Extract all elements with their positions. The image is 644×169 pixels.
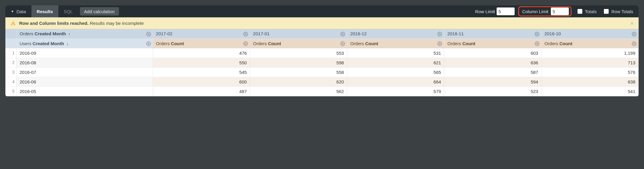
chevron-left-icon: ‹ (67, 31, 70, 36)
cell-value[interactable]: 579 (347, 86, 444, 96)
warning-close-button[interactable] (630, 20, 634, 26)
gear-icon[interactable] (146, 31, 151, 36)
cell-value[interactable]: 620 (250, 77, 347, 86)
tab-data-label: Data (16, 9, 26, 14)
gear-icon[interactable] (437, 31, 442, 36)
measure-col-header[interactable]: Orders Count (250, 39, 347, 48)
row-totals-checkbox[interactable] (604, 9, 609, 14)
totals-checkbox-group[interactable]: Totals (573, 8, 600, 15)
row-index: 3 (5, 67, 16, 77)
row-dim-value[interactable]: 2016-06 (16, 77, 153, 86)
cell-value[interactable]: 476 (153, 48, 250, 58)
gear-icon[interactable] (632, 31, 637, 36)
row-dim-value[interactable]: 2016-08 (16, 58, 153, 67)
table-row: 1 2016-09 476 553 531 603 1,199 (5, 48, 639, 58)
rownum-header (5, 39, 16, 48)
row-index: 1 (5, 48, 16, 58)
results-table: Orders Created Month ‹ 2017-02 2017-01 2… (5, 29, 639, 96)
table-row: 2 2016-08 550 598 621 636 713 (5, 58, 639, 67)
pivot-dimension-header[interactable]: Orders Created Month ‹ (16, 29, 153, 39)
gear-icon[interactable] (243, 41, 248, 46)
results-tbody: 1 2016-09 476 553 531 603 1,199 2 2016-0… (5, 48, 639, 96)
cell-value[interactable]: 576 (541, 67, 638, 77)
cell-value[interactable]: 541 (541, 86, 638, 96)
cell-value[interactable]: 638 (541, 77, 638, 86)
cell-value[interactable]: 713 (541, 58, 638, 67)
gear-icon[interactable] (535, 31, 539, 36)
cell-value[interactable]: 550 (153, 58, 250, 67)
warning-rest-text: Results may be incomplete (90, 21, 144, 26)
totals-checkbox[interactable] (578, 9, 582, 14)
measure-col-header[interactable]: Orders Count (153, 39, 250, 48)
tab-sql[interactable]: SQL (58, 5, 78, 17)
cell-value[interactable]: 545 (153, 67, 250, 77)
svg-point-4 (536, 34, 538, 35)
pivot-col-header[interactable]: 2016-11 (444, 29, 541, 39)
tab-results[interactable]: Results (31, 5, 58, 17)
gear-icon[interactable] (243, 31, 248, 36)
row-dim-value[interactable]: 2016-09 (16, 48, 153, 58)
cell-value[interactable]: 531 (347, 48, 444, 58)
cell-value[interactable]: 1,199 (541, 48, 638, 58)
gear-icon[interactable] (340, 31, 345, 36)
svg-point-5 (634, 34, 635, 35)
caret-down-icon: ▼ (11, 10, 14, 13)
results-panel: ▼ Data Results SQL Add calculation Row L… (5, 5, 639, 96)
tab-data[interactable]: ▼ Data (5, 5, 31, 17)
row-dim-value[interactable]: 2016-07 (16, 67, 153, 77)
svg-point-2 (342, 34, 343, 35)
cell-value[interactable]: 553 (250, 48, 347, 58)
pivot-corner-blank (5, 29, 16, 39)
cell-value[interactable]: 487 (153, 86, 250, 96)
svg-point-6 (148, 43, 149, 44)
measure-col-header[interactable]: Orders Count (541, 39, 638, 48)
pivot-col-header[interactable]: 2017-01 (250, 29, 347, 39)
row-totals-checkbox-group[interactable]: Row Totals (600, 8, 636, 15)
measure-col-header[interactable]: Orders Count (444, 39, 541, 48)
column-limit-highlight: Column Limit (518, 6, 572, 16)
cell-value[interactable]: 594 (444, 77, 541, 86)
pivot-col-header[interactable]: 2017-02 (153, 29, 250, 39)
svg-point-7 (245, 43, 246, 44)
svg-point-3 (439, 34, 440, 35)
svg-point-11 (634, 43, 635, 44)
row-limit-input[interactable] (497, 7, 515, 15)
pivot-header-row: Orders Created Month ‹ 2017-02 2017-01 2… (5, 29, 639, 39)
cell-value[interactable]: 562 (250, 86, 347, 96)
cell-value[interactable]: 523 (444, 86, 541, 96)
column-limit-input[interactable] (551, 7, 569, 15)
add-calculation-button[interactable]: Add calculation (80, 7, 119, 16)
svg-point-0 (148, 34, 149, 35)
row-index: 4 (5, 77, 16, 86)
gear-icon[interactable] (340, 41, 345, 46)
pivot-col-header[interactable]: 2016-12 (347, 29, 444, 39)
gear-icon[interactable] (437, 41, 442, 46)
gear-icon[interactable] (535, 41, 539, 46)
cell-value[interactable]: 565 (347, 67, 444, 77)
row-dim-value[interactable]: 2016-05 (16, 86, 153, 96)
cell-value[interactable]: 587 (444, 67, 541, 77)
tab-sql-label: SQL (64, 9, 73, 14)
row-totals-label: Row Totals (611, 9, 633, 14)
pivot-col-header[interactable]: 2016-10 (541, 29, 638, 39)
row-limit-group: Row Limit (471, 7, 516, 16)
svg-point-9 (439, 43, 440, 44)
gear-icon[interactable] (632, 41, 637, 46)
row-index: 2 (5, 58, 16, 67)
tab-results-label: Results (37, 9, 53, 14)
cell-value[interactable]: 621 (347, 58, 444, 67)
warning-bold-text: Row and Column limits reached. (19, 21, 89, 26)
gear-icon[interactable] (146, 41, 151, 46)
measure-col-header[interactable]: Orders Count (347, 39, 444, 48)
cell-value[interactable]: 600 (153, 77, 250, 86)
results-toolbar: ▼ Data Results SQL Add calculation Row L… (5, 5, 639, 17)
svg-point-1 (245, 34, 246, 35)
cell-value[interactable]: 598 (250, 58, 347, 67)
cell-value[interactable]: 664 (347, 77, 444, 86)
sort-desc-icon: ↓ (65, 41, 69, 46)
cell-value[interactable]: 603 (444, 48, 541, 58)
row-dimension-header[interactable]: Users Created Month ↓ (16, 39, 153, 48)
cell-value[interactable]: 558 (250, 67, 347, 77)
table-row: 4 2016-06 600 620 664 594 638 (5, 77, 639, 86)
cell-value[interactable]: 636 (444, 58, 541, 67)
